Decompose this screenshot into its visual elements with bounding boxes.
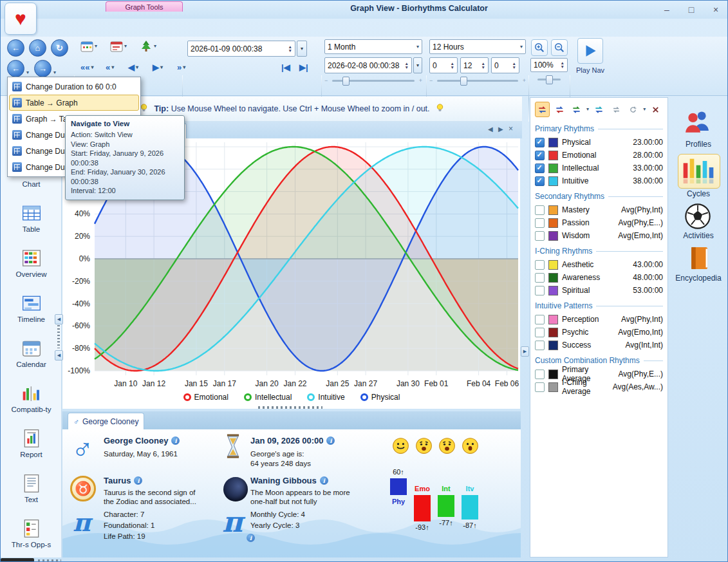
- special-date-button[interactable]: ▾: [110, 40, 127, 53]
- start-date-dropdown[interactable]: ▾: [297, 41, 307, 57]
- nav-item-profiles[interactable]: Profiles: [670, 140, 727, 149]
- sidebar-item-calendar[interactable]: Calendar: [1, 338, 62, 368]
- interval-minutes-spinner[interactable]: ▲▼: [512, 62, 516, 70]
- rhythm-row-physical[interactable]: Physical23.00:00: [534, 136, 664, 149]
- duration-slider-thumb[interactable]: [342, 77, 350, 86]
- iching-average-checkbox[interactable]: [535, 382, 545, 392]
- start-date-spinner[interactable]: ▲▼: [288, 45, 292, 53]
- interval-days-spinner[interactable]: ▲▼: [451, 62, 454, 70]
- legend-item[interactable]: Physical: [360, 393, 400, 402]
- reset-rhythms-button[interactable]: [648, 102, 663, 117]
- wisdom-checkbox[interactable]: [535, 231, 545, 241]
- interval-preset-select[interactable]: 12 Hours ▾: [429, 39, 526, 54]
- encyclopedia-icon[interactable]: [686, 244, 713, 272]
- start-date-field[interactable]: 2026-01-09 00:00:38 ▲▼: [187, 41, 295, 57]
- interval-hours-spinner[interactable]: ▲▼: [481, 62, 485, 70]
- skip-far-back-button[interactable]: ««▾: [80, 62, 93, 72]
- psychic-checkbox[interactable]: [535, 328, 545, 337]
- rhythm-row-emotional[interactable]: Emotional28.00:00: [534, 149, 664, 162]
- awareness-checkbox[interactable]: [535, 273, 545, 283]
- tools-dropdown-caret[interactable]: ▾: [643, 107, 646, 112]
- tab-scroll-left-icon[interactable]: ◀: [488, 126, 493, 133]
- info-icon[interactable]: i: [320, 476, 328, 485]
- sidebar-item-table[interactable]: Table: [1, 203, 62, 233]
- splitter-expand-right-icon[interactable]: ▶: [521, 346, 529, 357]
- intellectual-checkbox[interactable]: [535, 164, 545, 173]
- intuitive-checkbox[interactable]: [535, 176, 545, 186]
- rhythm-row-aesthetic[interactable]: Aesthetic43.00:00: [534, 258, 664, 271]
- end-date-dropdown[interactable]: ▾: [413, 57, 422, 73]
- zoom-out-button[interactable]: [551, 39, 568, 56]
- duration-preset-select[interactable]: 1 Month ▾: [324, 39, 422, 54]
- nav-forward-dropdown-caret[interactable]: ▾: [53, 65, 56, 77]
- rhythm-row-iching-average[interactable]: I-Ching AverageAvg(Aes,Aw...): [534, 380, 664, 393]
- app-logo[interactable]: ♥: [5, 3, 37, 35]
- person-details-tab[interactable]: ♂ George Clooney: [68, 413, 144, 430]
- info-icon[interactable]: i: [134, 476, 142, 485]
- step-back-button[interactable]: ◀▾: [128, 62, 138, 72]
- nav-forward-button[interactable]: →: [34, 60, 51, 77]
- legend-item[interactable]: Intuitive: [307, 393, 344, 402]
- end-date-field[interactable]: 2026-02-08 00:00:38 ▲▼: [324, 57, 412, 73]
- swap-rhythm-button[interactable]: [535, 102, 550, 117]
- nav-item-activities[interactable]: Activities: [670, 231, 727, 240]
- home-button[interactable]: ⌂: [29, 39, 46, 57]
- rhythm-row-intellectual[interactable]: Intellectual33.00:00: [534, 162, 664, 174]
- skip-forward-button[interactable]: »▾: [177, 62, 185, 72]
- interval-minutes-field[interactable]: 0 ▲▼: [491, 57, 519, 73]
- vertical-splitter-handle[interactable]: [57, 325, 60, 348]
- physical-checkbox[interactable]: [535, 138, 545, 147]
- swap-dropdown-caret[interactable]: ▾: [586, 107, 589, 112]
- sidebar-item-text[interactable]: Text: [1, 473, 62, 503]
- splitter-collapse-left-icon[interactable]: ◀: [55, 314, 63, 324]
- zoom-spinner[interactable]: ▲▼: [561, 61, 565, 69]
- refresh-nav-button[interactable]: ↻: [51, 39, 68, 57]
- emotional-checkbox[interactable]: [535, 151, 545, 160]
- duration-slider[interactable]: −+: [324, 77, 422, 84]
- legend-item[interactable]: Intellectual: [244, 393, 292, 402]
- zoom-level-field[interactable]: 100% ▲▼: [530, 58, 568, 72]
- date-preset-button[interactable]: ▾: [80, 40, 97, 53]
- profiles-icon[interactable]: [682, 108, 715, 138]
- maximize-button[interactable]: □: [683, 4, 700, 15]
- step-forward-button[interactable]: ▶▾: [153, 62, 163, 72]
- nav-item-encyclopedia[interactable]: Encyclopedia: [670, 274, 727, 283]
- cycles-selected-highlight[interactable]: [678, 154, 720, 189]
- swap-rhythm-cyan-button[interactable]: [592, 102, 606, 117]
- perception-checkbox[interactable]: [535, 315, 545, 324]
- skip-to-start-button[interactable]: |◀: [281, 62, 290, 72]
- rhythm-row-success[interactable]: SuccessAvg(Int,Int): [534, 339, 664, 351]
- info-icon[interactable]: i: [326, 436, 335, 445]
- swap-rhythm-blue-button[interactable]: [552, 102, 567, 117]
- zoom-slider[interactable]: [530, 75, 568, 83]
- rhythm-row-psychic[interactable]: PsychicAvg(Emo,Int): [534, 326, 664, 339]
- interval-slider[interactable]: −+: [429, 77, 526, 84]
- refresh-rhythms-button[interactable]: [626, 102, 641, 117]
- rhythm-row-perception[interactable]: PerceptionAvg(Phy,Int): [534, 313, 664, 326]
- minimize-button[interactable]: –: [658, 4, 675, 15]
- sidebar-item-overview[interactable]: Overview: [1, 248, 62, 278]
- rhythm-row-passion[interactable]: PassionAvg(Phy,E...): [534, 216, 664, 229]
- interval-slider-thumb[interactable]: [460, 77, 467, 86]
- sidebar-item-threats-opportunities[interactable]: Thr-s Opp-s: [1, 518, 62, 548]
- nav-item-cycles[interactable]: Cycles: [670, 189, 727, 198]
- tab-scroll-right-icon[interactable]: ▶: [498, 126, 503, 133]
- zoom-slider-thumb[interactable]: [546, 75, 553, 84]
- activities-icon[interactable]: [683, 201, 714, 231]
- success-checkbox[interactable]: [535, 341, 545, 350]
- back-button[interactable]: ←: [7, 39, 24, 57]
- skip-back-button[interactable]: «▾: [106, 62, 114, 72]
- swap-rhythm-gray-button[interactable]: [609, 102, 624, 117]
- zoom-in-button[interactable]: [531, 39, 548, 56]
- rhythm-row-spiritual[interactable]: Spiritual53.00:00: [534, 284, 664, 297]
- menu-item-change-duration[interactable]: Change Duration to 60 0:0: [9, 79, 139, 95]
- rhythm-row-mastery[interactable]: MasteryAvg(Phy,Int): [534, 203, 664, 216]
- end-date-spinner[interactable]: ▲▼: [405, 62, 409, 70]
- holiday-button[interactable]: ▾: [140, 40, 156, 53]
- aesthetic-checkbox[interactable]: [535, 260, 545, 270]
- mastery-checkbox[interactable]: [535, 205, 545, 215]
- close-button[interactable]: ×: [707, 4, 724, 15]
- horizontal-splitter-handle[interactable]: [258, 406, 322, 409]
- spiritual-checkbox[interactable]: [535, 286, 545, 295]
- interval-hours-field[interactable]: 12 ▲▼: [460, 57, 489, 73]
